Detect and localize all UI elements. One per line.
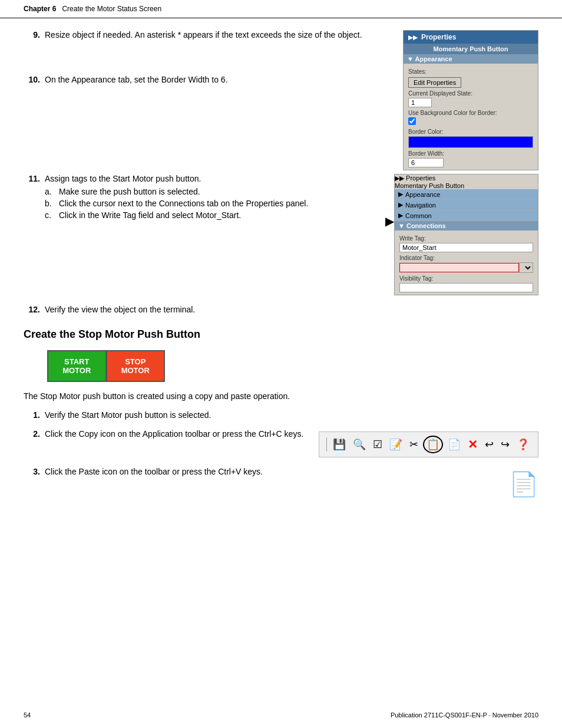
right-panel-subtitle: Momentary Push Button [395,182,538,189]
section2-heading: Create the Stop Motor Push Button [24,328,538,341]
left-panel-subtitle: Momentary Push Button [404,44,538,54]
write-tag-input[interactable] [399,243,533,252]
border-width-input[interactable] [408,158,444,167]
right-properties-panel: ▶▶ Properties Momentary Push Button ▶ Ap… [394,174,538,295]
right-panel-titlebar: ▶▶ Properties [395,174,538,182]
check-icon[interactable]: ☑ [371,437,385,452]
delete-icon[interactable]: ✕ [465,436,480,453]
states-label: States: [408,68,533,75]
write-tag-label: Write Tag: [399,235,533,242]
substep-c-text: Click in the Write Tag field and select … [59,210,241,220]
save-icon[interactable]: 💾 [330,437,348,452]
section2-step-1: 1. Verify the Start Motor push button is… [24,410,538,420]
section2-step-3-num: 3. [24,467,40,476]
paste-large-icon: 📄 [509,471,538,497]
left-appearance-label: ▼ Appearance [407,55,452,62]
step-9-body: Resize object if needed. An asterisk * a… [45,30,394,39]
step-9: 9. Resize object if needed. An asterisk … [24,30,394,39]
right-panel-title: Properties [406,174,435,182]
appearance-label: Appearance [405,191,440,198]
copy-icon[interactable]: 📋 [423,436,443,453]
collapsed-arrow-appearance: ▶ [398,190,403,198]
left-panel-arrows: ▶▶ [408,34,418,41]
substep-c-label: c. [45,210,54,220]
current-state-input[interactable] [408,98,432,107]
indicator-tag-label: Indicator Tag: [399,255,533,261]
substep-b: b. Click the cursor next to the Connecti… [45,199,376,208]
page-footer: 54 Publication 2711C-QS001F-EN-P · Novem… [24,711,538,719]
step-11-row: 11. Assign tags to the Start Motor push … [24,174,538,295]
section2-step-3-text: 3. Click the Paste icon on the toolbar o… [24,467,500,498]
section2-step-3-row: 3. Click the Paste icon on the toolbar o… [24,467,538,498]
indicator-input-wrap [399,262,533,273]
section2-step-2-num: 2. [24,429,40,439]
step-12: 12. Verify the view the object on the te… [24,305,538,314]
step-11-substeps: a. Make sure the push button is selected… [45,187,376,220]
help-icon[interactable]: ❓ [514,437,532,452]
paste-icon-area: 📄 [509,470,538,498]
substep-a-text: Make sure the push button is selected. [59,187,200,196]
chapter-num: Chapter 6 [24,5,56,13]
step-11-text-col: 11. Assign tags to the Start Motor push … [24,174,376,295]
indicator-tag-dropdown[interactable] [519,262,533,273]
navigation-collapsed[interactable]: ▶ Navigation [395,200,538,210]
section2-step-1-body: Verify the Start Motor push button is se… [45,410,538,420]
paste-icon[interactable]: 📄 [445,437,463,452]
use-bg-label: Use Background Color for Border: [408,110,533,116]
edit-icon[interactable]: 📝 [387,437,405,452]
stop-motor-button[interactable]: STOPMOTOR [106,350,166,382]
chapter-title: Create the Motor Status Screen [62,5,161,13]
section2-step-3: 3. Click the Paste icon on the toolbar o… [24,467,500,476]
border-color-swatch[interactable] [408,136,533,148]
substep-b-label: b. [45,199,54,208]
border-color-label: Border Color: [408,129,533,135]
page-content: 9. Resize object if needed. An asterisk … [0,18,562,531]
collapsed-arrow-common: ▶ [398,212,403,219]
appearance-collapsed[interactable]: ▶ Appearance [395,189,538,200]
page-header: Chapter 6 Create the Motor Status Screen [0,0,562,18]
toolbar-divider-1 [326,437,327,452]
connections-header[interactable]: ▼ Connections [395,221,538,230]
left-panel-title: Properties [421,33,456,41]
step-9-text-col: 9. Resize object if needed. An asterisk … [24,30,394,170]
left-panel-titlebar: ▶▶ Properties [404,31,538,44]
section2-step-2-text: 2. Click the Copy icon on the Applicatio… [24,429,309,457]
publication-info: Publication 2711C-QS001F-EN-P · November… [391,711,538,719]
left-appearance-header[interactable]: ▼ Appearance [404,54,538,64]
use-bg-checkbox[interactable] [408,117,416,125]
toolbar-area: 💾 🔍 ☑ 📝 ✂ 📋 📄 ✕ ↩ ↪ ❓ [319,431,538,457]
edit-properties-button[interactable]: Edit Properties [408,77,461,88]
step-11-main: Assign tags to the Start Motor push butt… [45,174,201,183]
left-properties-panel: ▶▶ Properties Momentary Push Button ▼ Ap… [403,30,538,170]
substep-b-text: Click the cursor next to the Connections… [59,199,308,208]
cut-icon[interactable]: ✂ [407,437,421,452]
visibility-tag-input[interactable] [399,283,533,292]
section2-step-2-row: 2. Click the Copy icon on the Applicatio… [24,429,538,457]
connections-label: ▼ Connections [398,222,446,229]
common-collapsed[interactable]: ▶ Common [395,210,538,221]
section2-step-1-num: 1. [24,410,40,420]
step-10-body: On the Appearance tab, set the Border Wi… [45,75,394,84]
redo-icon[interactable]: ↪ [498,437,512,452]
indicator-tag-input[interactable] [399,263,519,272]
search-icon[interactable]: 🔍 [351,437,368,452]
motor-button-preview: STARTMOTOR STOPMOTOR [47,350,165,382]
step-9-num: 9. [24,30,40,39]
border-width-label: Border Width: [408,150,533,157]
navigation-label: Navigation [405,202,436,209]
step-12-num: 12. [24,305,40,314]
undo-icon[interactable]: ↩ [482,437,496,452]
current-state-label: Current Displayed State: [408,90,533,97]
step-11-num: 11. [24,174,40,222]
substep-a-label: a. [45,187,54,196]
step-12-body: Verify the view the object on the termin… [45,305,538,314]
left-appearance-body: States: Edit Properties Current Displaye… [404,64,538,170]
common-label: Common [405,212,432,219]
section2-step-2: 2. Click the Copy icon on the Applicatio… [24,429,309,439]
connections-body: Write Tag: Indicator Tag: Visibility Tag… [395,230,538,295]
step-10: 10. On the Appearance tab, set the Borde… [24,75,394,84]
page-number: 54 [24,711,31,719]
section2-step-2-body: Click the Copy icon on the Application t… [45,429,309,439]
start-motor-button[interactable]: STARTMOTOR [47,350,106,382]
arrow-pointer-icon: ▶ [385,214,394,228]
